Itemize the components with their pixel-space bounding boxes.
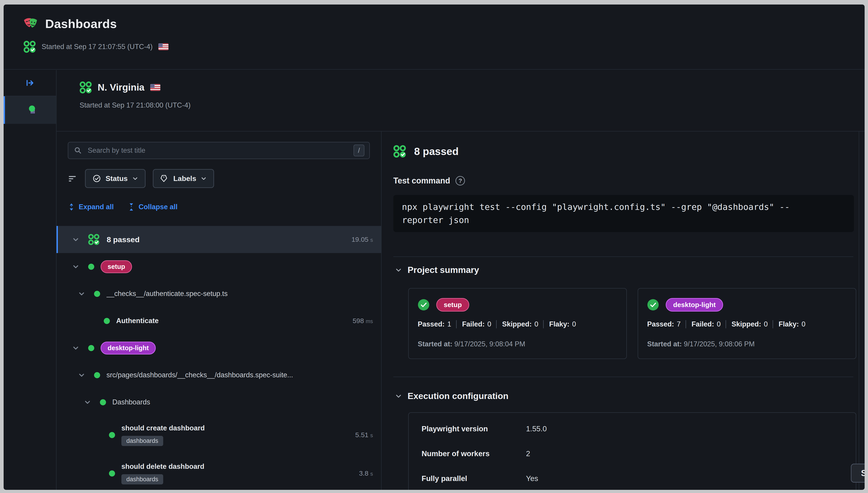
region-started-text: Started at Sep 17 21:08:00 (UTC-4) xyxy=(80,101,865,109)
sidebar-item-us-region[interactable] xyxy=(4,96,56,124)
passed-dot-icon xyxy=(94,372,100,378)
page-title: Dashboards xyxy=(45,17,117,31)
run-details-panel: 8 passed Test command ? npx playwright t… xyxy=(382,131,859,490)
tree-row-test-delete-dashboard[interactable]: should delete dashboard dashboards 3.8s xyxy=(57,454,381,490)
project-card-desktop-light: desktop-light Passed:7 Failed:0 Skipped:… xyxy=(638,288,856,359)
chevron-down-icon[interactable] xyxy=(72,345,79,351)
collapse-all-icon xyxy=(128,203,135,211)
tree-row-spec-file[interactable]: __checks__/authenticate.spec-setup.ts xyxy=(57,280,381,307)
test-tree: 8 passed 19.05s setup xyxy=(57,226,381,490)
chevron-down-icon[interactable] xyxy=(72,236,79,243)
test-command-text: npx playwright test --config "playwright… xyxy=(402,200,813,227)
run-passed-icon xyxy=(393,145,406,158)
sidebar-expand-button[interactable] xyxy=(4,70,56,96)
test-command-row: Test command ? xyxy=(393,175,859,186)
chevron-down-icon[interactable] xyxy=(84,399,91,406)
duration: 3.8s xyxy=(355,470,373,477)
project-started: Started at: 9/17/2025, 9:08:06 PM xyxy=(647,340,847,348)
tree-row-label: should create dashboard xyxy=(121,424,205,432)
status-filter-button[interactable]: Status xyxy=(85,169,146,188)
chevron-down-icon[interactable] xyxy=(72,263,79,270)
search-box[interactable]: / xyxy=(68,142,370,159)
project-summary-header[interactable]: Project summary xyxy=(395,264,859,275)
tree-row-run-root[interactable]: 8 passed 19.05s xyxy=(57,226,381,253)
project-badge: desktop-light xyxy=(666,298,723,312)
chevron-down-icon xyxy=(395,393,402,400)
execution-config-card: Playwright version 1.55.0 Number of work… xyxy=(408,412,856,490)
region-header: N. Virginia Started at Sep 17 21:08:00 (… xyxy=(57,70,865,131)
expand-all-button[interactable]: Expand all xyxy=(68,203,114,211)
collapse-all-button[interactable]: Collapse all xyxy=(128,203,177,211)
details-title: 8 passed xyxy=(414,145,459,157)
support-button[interactable]: S xyxy=(851,464,865,483)
check-circle-icon xyxy=(418,299,429,311)
duration: 5.51s xyxy=(351,431,373,439)
tree-row-label: __checks__/authenticate.spec-setup.ts xyxy=(106,290,228,298)
run-passed-icon xyxy=(23,41,36,53)
tree-row-label: src/pages/dashboards/__checks__/dashboar… xyxy=(106,371,293,379)
section-divider xyxy=(393,377,853,377)
duration: 19.05s xyxy=(347,236,373,243)
project-badge: setup xyxy=(101,260,132,273)
support-button-label: S xyxy=(861,468,865,478)
project-badge: setup xyxy=(436,298,469,312)
test-command-code-block[interactable]: npx playwright test --config "playwright… xyxy=(393,195,854,232)
passed-dot-icon xyxy=(104,318,110,324)
tree-row-spec-file[interactable]: src/pages/dashboards/__checks__/dashboar… xyxy=(57,362,381,389)
tag-icon xyxy=(160,174,169,183)
passed-dot-icon xyxy=(29,106,35,112)
test-report-app: Dashboards Started at Sep 17 21:07:55 (U… xyxy=(4,4,865,490)
panel-expand-icon xyxy=(25,79,34,87)
collapse-all-label: Collapse all xyxy=(139,203,177,211)
project-stats: Passed:1 Failed:0 Skipped:0 Flaky:0 xyxy=(418,320,617,328)
help-icon[interactable]: ? xyxy=(456,176,465,186)
filter-row: Status Labels xyxy=(68,169,370,188)
project-card-setup: setup Passed:1 Failed:0 Skipped:0 Flaky:… xyxy=(408,288,627,359)
execution-config-header[interactable]: Execution configuration xyxy=(395,391,859,402)
chevron-down-icon xyxy=(395,266,402,273)
tree-row-test-create-dashboard[interactable]: should create dashboard dashboards 5.51s xyxy=(57,416,381,454)
project-stats: Passed:7 Failed:0 Skipped:0 Flaky:0 xyxy=(647,320,847,328)
run-header: Dashboards Started at Sep 17 21:07:55 (U… xyxy=(4,4,865,70)
tree-actions: Expand all Collapse all xyxy=(68,203,370,211)
tree-row-label: Authenticate xyxy=(116,317,159,325)
labels-filter-button[interactable]: Labels xyxy=(153,169,214,188)
status-filter-label: Status xyxy=(106,174,128,183)
run-started-row: Started at Sep 17 21:07:55 (UTC-4) xyxy=(23,41,865,53)
tree-row-test-authenticate[interactable]: Authenticate 598ms xyxy=(57,307,381,335)
search-input[interactable] xyxy=(87,146,354,155)
chevron-down-icon[interactable] xyxy=(78,290,85,297)
passed-dot-icon xyxy=(109,432,115,438)
filter-icon[interactable] xyxy=(68,174,78,183)
tree-row-label: Dashboards xyxy=(112,398,150,406)
us-flag-icon xyxy=(150,84,160,91)
execution-config-title: Execution configuration xyxy=(407,391,508,401)
expand-all-label: Expand all xyxy=(79,203,114,211)
main-layout: N. Virginia Started at Sep 17 21:08:00 (… xyxy=(4,70,865,490)
config-row: Playwright version 1.55.0 xyxy=(422,416,856,441)
tree-row-project-desktop-light[interactable]: desktop-light xyxy=(57,335,381,362)
run-passed-icon xyxy=(80,81,92,93)
chevron-down-icon xyxy=(132,175,138,181)
tree-row-suite-dashboards[interactable]: Dashboards xyxy=(57,389,381,416)
config-row: Number of workers 2 xyxy=(422,441,856,466)
region-sidebar xyxy=(4,70,57,490)
project-cards: setup Passed:1 Failed:0 Skipped:0 Flaky:… xyxy=(408,288,859,359)
config-row: Fully parallel Yes xyxy=(422,466,856,490)
project-summary-title: Project summary xyxy=(407,265,479,275)
region-content: N. Virginia Started at Sep 17 21:08:00 (… xyxy=(57,70,865,490)
search-icon xyxy=(74,147,82,154)
run-passed-icon xyxy=(88,234,100,245)
test-command-label: Test command xyxy=(393,176,450,186)
chevron-down-icon[interactable] xyxy=(78,372,85,379)
check-circle-icon xyxy=(647,299,659,311)
section-divider xyxy=(393,256,853,257)
region-title: N. Virginia xyxy=(98,82,144,93)
passed-dot-icon xyxy=(109,470,115,476)
status-check-circle-icon xyxy=(92,174,101,183)
tree-row-project-setup[interactable]: setup xyxy=(57,253,381,280)
test-tree-panel: / Status xyxy=(57,131,382,490)
workspace: / Status xyxy=(57,131,865,490)
shortcut-key-badge: / xyxy=(354,145,364,156)
passed-dot-icon xyxy=(100,399,106,405)
